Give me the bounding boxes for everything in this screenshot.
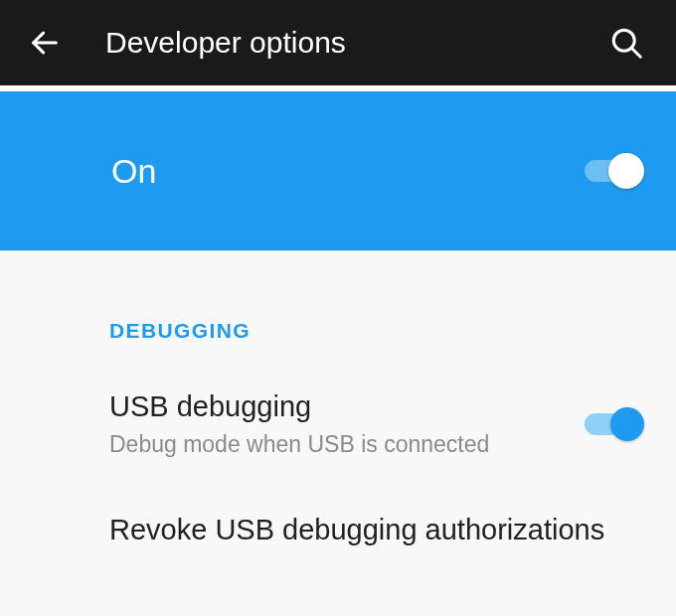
setting-text: Revoke USB debugging authorizations xyxy=(109,512,644,553)
usb-debugging-toggle[interactable] xyxy=(581,404,644,444)
page-title: Developer options xyxy=(105,26,608,60)
search-icon[interactable] xyxy=(608,25,648,61)
toggle-thumb xyxy=(608,153,644,189)
setting-text: USB debugging Debug mode when USB is con… xyxy=(109,388,581,460)
setting-subtitle: Debug mode when USB is connected xyxy=(109,430,573,460)
setting-revoke-authorizations[interactable]: Revoke USB debugging authorizations xyxy=(0,486,676,579)
settings-content: DEBUGGING USB debugging Debug mode when … xyxy=(0,250,676,578)
setting-title: USB debugging xyxy=(109,388,573,426)
section-header-debugging: DEBUGGING xyxy=(0,271,676,363)
app-bar: Developer options xyxy=(0,0,676,85)
master-switch-row[interactable]: On xyxy=(0,85,676,250)
back-icon[interactable] xyxy=(28,26,62,60)
toggle-thumb xyxy=(610,407,644,441)
master-switch-toggle[interactable] xyxy=(581,151,644,191)
svg-line-2 xyxy=(631,48,640,57)
setting-usb-debugging[interactable]: USB debugging Debug mode when USB is con… xyxy=(0,363,676,486)
setting-title: Revoke USB debugging authorizations xyxy=(109,512,636,549)
master-switch-label: On xyxy=(111,152,581,191)
